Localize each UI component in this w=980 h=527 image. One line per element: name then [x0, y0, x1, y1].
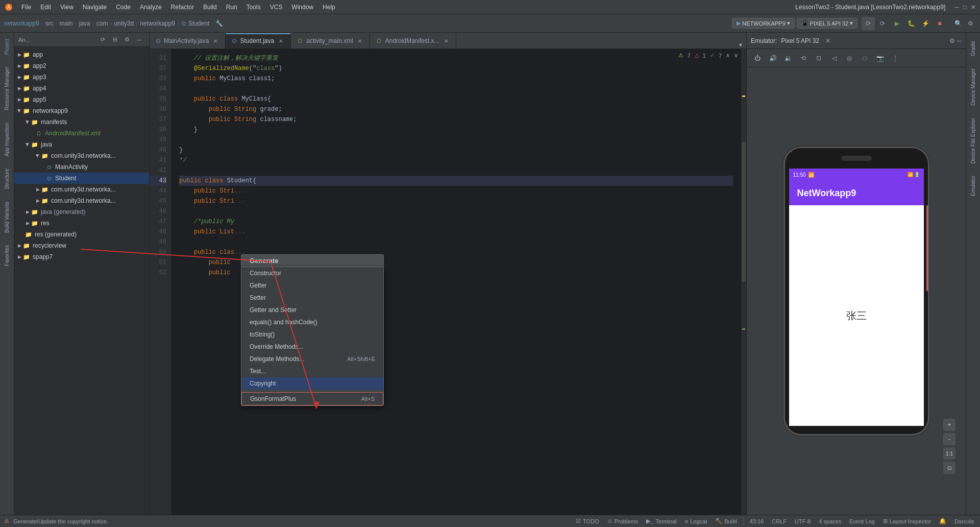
- indent-selector[interactable]: 4 spaces: [817, 518, 843, 524]
- menu-window[interactable]: Window: [287, 3, 317, 12]
- menu-code[interactable]: Code: [112, 3, 135, 12]
- tree-item-mainactivity[interactable]: ⊙ MainActivity: [14, 161, 149, 173]
- zoom-out-btn[interactable]: -: [943, 433, 955, 445]
- notifications-icon[interactable]: 🔔: [937, 518, 948, 524]
- menu-vcs[interactable]: VCS: [266, 3, 287, 12]
- breadcrumb-main[interactable]: main: [60, 20, 73, 27]
- rotate-btn[interactable]: ⟲: [797, 52, 810, 65]
- profile-btn[interactable]: ⚡: [919, 17, 932, 30]
- emulator-side-tab[interactable]: Emulator: [969, 172, 977, 200]
- tree-item-pkg3[interactable]: ▶ 📁 com.unity3d.networka...: [14, 195, 149, 206]
- minimize-btn[interactable]: ─: [954, 4, 959, 11]
- menu-file[interactable]: File: [17, 3, 35, 12]
- menu-copyright[interactable]: Copyright: [241, 377, 383, 390]
- volume-up-btn[interactable]: 🔊: [766, 52, 779, 65]
- build-btn[interactable]: 🔨 Build: [713, 518, 739, 524]
- menu-build[interactable]: Build: [199, 3, 221, 12]
- tab-overflow-btn[interactable]: ▾: [739, 41, 742, 49]
- layout-inspector-btn[interactable]: ⊞ Layout Inspector: [881, 518, 933, 524]
- menu-test[interactable]: Test...: [241, 365, 383, 377]
- breadcrumb-unity3d[interactable]: unity3d: [114, 20, 134, 27]
- tab-close-btn[interactable]: ✕: [356, 37, 363, 44]
- volume-down-btn[interactable]: 🔉: [781, 52, 795, 65]
- run-config-selector[interactable]: ▶ NETWORKAPP9 ▾: [732, 18, 794, 29]
- tree-item-app5[interactable]: ▶ 📁 app5: [14, 94, 149, 105]
- structure-tab[interactable]: Structure: [3, 164, 11, 194]
- gradle-tab[interactable]: Gradle: [969, 37, 977, 60]
- tree-item-networkapp9[interactable]: ▶ 📁 networkapp9: [14, 105, 149, 116]
- device-manager-tab[interactable]: Device Manager: [969, 64, 977, 110]
- scroll-thumb[interactable]: [742, 142, 746, 282]
- overview-btn[interactable]: □: [858, 52, 871, 65]
- tab-close-emulator-btn[interactable]: ✕: [825, 37, 830, 44]
- tree-item-res[interactable]: ▶ 📁 res: [14, 218, 149, 229]
- menu-analyze[interactable]: Analyze: [136, 3, 166, 12]
- tree-item-app2[interactable]: ▶ 📁 app2: [14, 60, 149, 71]
- menu-tostring[interactable]: toString(): [241, 328, 383, 341]
- debug-btn[interactable]: 🐛: [904, 17, 918, 30]
- line-ending-selector[interactable]: CRLF: [770, 518, 789, 524]
- problems-btn[interactable]: ⚠ Problems: [605, 518, 640, 524]
- tree-item-androidmanifest[interactable]: 🗋 AndroidManifest.xml: [14, 128, 149, 139]
- search-everywhere-btn[interactable]: 🔍: [952, 18, 964, 29]
- build-variants-tab[interactable]: Build Variants: [3, 198, 11, 237]
- menu-refactor[interactable]: Refactor: [167, 3, 198, 12]
- tree-item-app[interactable]: ▶ 📁 app: [14, 49, 149, 60]
- breadcrumb-java[interactable]: java: [79, 20, 90, 27]
- close-btn[interactable]: ✕: [971, 4, 976, 11]
- project-tab[interactable]: Project: [3, 35, 11, 59]
- collapse-warnings-btn[interactable]: ∧: [726, 52, 730, 59]
- breadcrumb-networkapp9[interactable]: networkapp9: [4, 20, 39, 27]
- breadcrumb-com[interactable]: com: [96, 20, 108, 27]
- menu-delegate[interactable]: Delegate Methods... Alt+Shift+E: [241, 353, 383, 365]
- tree-item-pkg-main[interactable]: ▶ 📁 com.unity3d.networka...: [14, 150, 149, 161]
- encoding-selector[interactable]: UTF-8: [793, 518, 813, 524]
- tree-item-spapp7[interactable]: ▶ 📁 spapp7: [14, 251, 149, 262]
- expand-warnings-btn[interactable]: ∨: [734, 52, 738, 59]
- position-indicator[interactable]: 43:16: [748, 518, 766, 524]
- sync-btn[interactable]: ⟳: [876, 17, 889, 30]
- breadcrumb-student[interactable]: Student: [188, 20, 209, 27]
- menu-navigate[interactable]: Navigate: [79, 3, 111, 12]
- event-log-btn[interactable]: Event Log: [847, 518, 877, 524]
- code-editor[interactable]: ⚠ 7 △ 1 ✓ 7 ∧ ∨ 31 32 33 34 35 36 37 38 …: [150, 49, 746, 515]
- tree-item-app4[interactable]: ▶ 📁 app4: [14, 83, 149, 94]
- menu-setter[interactable]: Setter: [241, 292, 383, 304]
- run-btn[interactable]: ▶: [890, 17, 903, 30]
- menu-tools[interactable]: Tools: [242, 3, 265, 12]
- stop-btn[interactable]: ■: [933, 17, 946, 30]
- tree-item-manifests[interactable]: ▶ 📁 manifests: [14, 116, 149, 128]
- terminal-btn[interactable]: ▶_ Terminal: [644, 518, 679, 524]
- tab-mainactivity[interactable]: ⊙ MainActivity.java ✕: [150, 33, 226, 49]
- emulator-settings-icon[interactable]: ⚙: [949, 37, 955, 44]
- resource-manager-tab[interactable]: Resource Manager: [3, 63, 11, 114]
- device-file-explorer-tab[interactable]: Device File Explorer: [969, 114, 977, 167]
- breadcrumb-src[interactable]: src: [45, 20, 54, 27]
- menu-view[interactable]: View: [56, 3, 78, 12]
- emulator-minimize-icon[interactable]: ─: [957, 37, 962, 44]
- theme-selector[interactable]: Darcula: [952, 518, 976, 524]
- tab-androidmanifest[interactable]: 🗋 AndroidManifest.x... ✕: [370, 33, 456, 49]
- menu-edit[interactable]: Edit: [36, 3, 55, 12]
- tab-close-btn[interactable]: ✕: [443, 37, 450, 44]
- menu-getter-setter[interactable]: Getter and Setter: [241, 304, 383, 316]
- menu-help[interactable]: Help: [318, 3, 339, 12]
- panel-settings-icon[interactable]: ⚙: [121, 34, 133, 45]
- breadcrumb-pkg[interactable]: networkapp9: [140, 20, 175, 27]
- device-selector[interactable]: 📱 PIXEL 5 API 32 ▾: [797, 18, 857, 29]
- expand-btn[interactable]: ⊡: [812, 52, 825, 65]
- home-btn[interactable]: ◎: [843, 52, 856, 65]
- tab-student[interactable]: ⊙ Student.java ✕: [226, 33, 291, 49]
- sync-project-btn[interactable]: ⟳: [97, 34, 108, 45]
- menu-equals-hashcode[interactable]: equals() and hashCode(): [241, 316, 383, 328]
- zoom-in-btn[interactable]: +: [943, 419, 955, 431]
- code-scrollbar[interactable]: [741, 49, 746, 515]
- menu-override[interactable]: Override Methods...: [241, 341, 383, 353]
- power-btn[interactable]: ⏻: [751, 52, 764, 65]
- menu-run[interactable]: Run: [222, 3, 241, 12]
- menu-constructor[interactable]: Constructor: [241, 267, 383, 279]
- settings-btn[interactable]: ⚙: [965, 18, 976, 29]
- tab-activitymain[interactable]: 🗋 activity_main.xml ✕: [291, 33, 370, 49]
- favorites-tab[interactable]: Favorites: [3, 241, 11, 270]
- collapse-all-btn[interactable]: ⊟: [109, 34, 120, 45]
